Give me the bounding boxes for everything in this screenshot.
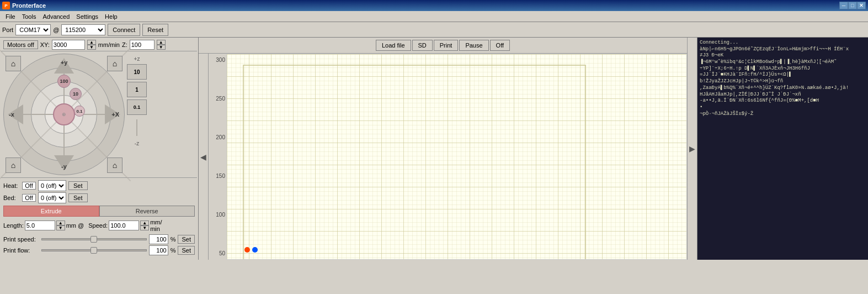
xy-unit: mm/min xyxy=(98,41,120,48)
print-speed-set-button[interactable]: Set xyxy=(178,235,195,244)
z-step-01-button[interactable]: 0.1 xyxy=(127,99,147,115)
z-spin-down[interactable]: ▼ xyxy=(157,45,166,50)
heat-row: Heat: Off 0 (off) Set xyxy=(3,180,195,191)
menu-advanced[interactable]: Advanced xyxy=(39,12,73,21)
load-file-button[interactable]: Load file xyxy=(376,40,411,51)
z-plus-label: +z xyxy=(134,56,140,62)
print-speed-row: Print speed: % Set xyxy=(3,234,195,244)
y-plus-button[interactable] xyxy=(54,58,74,74)
canvas-markers xyxy=(244,247,258,253)
length-speed-row: Length: ▲ ▼ mm @ Speed: ▲ ▼ mm/min xyxy=(3,219,195,232)
print-speed-pct: % xyxy=(171,236,176,243)
y-label-150: 150 xyxy=(210,173,225,179)
y-minus-button[interactable] xyxy=(54,155,74,171)
home-bottomright-button[interactable]: ⌂ xyxy=(107,158,123,173)
svg-rect-1 xyxy=(227,54,686,259)
sd-button[interactable]: SD xyxy=(412,40,433,51)
reverse-button[interactable]: Reverse xyxy=(99,206,195,217)
speed-spin-down[interactable]: ▼ xyxy=(140,225,149,230)
toolbar: Port COM17 @ 115200 Connect Reset xyxy=(0,22,868,38)
bed-set-button[interactable]: Set xyxy=(68,193,88,202)
home-topright-button[interactable]: ⌂ xyxy=(107,56,123,71)
minimize-button[interactable]: ─ xyxy=(839,2,848,9)
z-step-10-button[interactable]: 10 xyxy=(127,64,147,80)
home-bottomleft-button[interactable]: ⌂ xyxy=(6,158,21,173)
port-select[interactable]: COM17 xyxy=(15,24,51,35)
close-button[interactable]: ✕ xyxy=(857,2,866,9)
x-minus-button[interactable] xyxy=(8,104,23,124)
print-speed-slider[interactable] xyxy=(41,238,147,240)
menu-settings[interactable]: Settings xyxy=(73,12,102,21)
titlebar: P Pronterface ─ □ ✕ xyxy=(0,0,868,11)
step-10-badge[interactable]: 10 xyxy=(70,88,82,100)
print-flow-slider[interactable] xyxy=(41,249,147,251)
off-button[interactable]: Off xyxy=(490,40,510,51)
z-spin-up[interactable]: ▲ xyxy=(157,40,166,45)
bed-row: Bed: Off 0 (off) Set xyxy=(3,192,195,203)
y-label-300: 300 xyxy=(210,57,225,63)
step-100-badge[interactable]: 100 xyxy=(57,75,71,88)
menu-help[interactable]: Help xyxy=(102,12,121,21)
baud-select[interactable]: 115200 xyxy=(61,24,105,35)
motors-off-button[interactable]: Motors off xyxy=(3,40,38,49)
print-flow-value[interactable] xyxy=(149,245,168,255)
print-speed-value[interactable] xyxy=(149,234,168,244)
length-spin-up[interactable]: ▲ xyxy=(56,221,65,225)
z-speed-input[interactable] xyxy=(130,40,155,50)
z-step-1-button[interactable]: 1 xyxy=(127,82,147,97)
length-spinner[interactable]: ▲ ▼ xyxy=(56,221,65,230)
print-flow-set-button[interactable]: Set xyxy=(178,246,195,255)
menubar: File Tools Advanced Settings Help xyxy=(0,11,868,22)
bed-label: Bed: xyxy=(3,195,20,201)
right-panel: Connecting... àNp|⌐n6H5¬gJPOn6é˜ZÇEzqÉJ¨… xyxy=(697,38,868,260)
menu-tools[interactable]: Tools xyxy=(19,12,40,21)
print-flow-thumb[interactable] xyxy=(90,247,97,254)
y-label-50: 50 xyxy=(210,250,225,256)
y-label-100: 100 xyxy=(210,212,225,218)
left-panel: Motors off XY: ▲ ▼ mm/min Z: ▲ ▼ xyxy=(0,38,199,260)
length-spin-down[interactable]: ▼ xyxy=(56,225,65,230)
canvas-wrapper: ◀ 300 250 200 150 100 50 xyxy=(199,54,687,260)
step-01-badge[interactable]: 0.1 xyxy=(74,106,85,117)
print-canvas xyxy=(226,54,687,260)
xy-spin-down[interactable]: ▼ xyxy=(87,45,96,50)
length-unit: mm @ xyxy=(66,222,84,229)
xy-speed-input[interactable] xyxy=(52,40,85,50)
bed-state: Off xyxy=(22,194,36,202)
z-spinner[interactable]: ▲ ▼ xyxy=(157,40,166,50)
jog-center-button[interactable]: ⊕ xyxy=(53,103,75,125)
titlebar-icon: P xyxy=(2,2,10,9)
extrude-reverse-buttons: Extrude Reverse xyxy=(3,206,195,217)
reset-button[interactable]: Reset xyxy=(142,24,168,36)
print-button[interactable]: Print xyxy=(434,40,459,51)
main-area: Motors off XY: ▲ ▼ mm/min Z: ▲ ▼ xyxy=(0,38,868,260)
speed-spinner[interactable]: ▲ ▼ xyxy=(140,221,149,230)
print-flow-label: Print flow: xyxy=(3,247,39,254)
print-speed-thumb[interactable] xyxy=(90,236,97,243)
console-area: Connecting... àNp|⌐n6H5¬gJPOn6é˜ZÇEzqÉJ¨… xyxy=(697,38,868,260)
speed-group: Speed: ▲ ▼ mm/min xyxy=(88,219,162,232)
collapse-left-button[interactable]: ◀ xyxy=(199,54,209,260)
length-input[interactable] xyxy=(25,221,55,230)
print-flow-pct: % xyxy=(171,247,176,254)
pause-button[interactable]: Pause xyxy=(459,40,488,51)
heat-set-button[interactable]: Set xyxy=(68,181,88,190)
motors-row: Motors off XY: ▲ ▼ mm/min Z: ▲ ▼ xyxy=(1,39,197,51)
bed-value-select[interactable]: 0 (off) xyxy=(38,192,66,203)
speed-spin-up[interactable]: ▲ xyxy=(140,221,149,225)
xy-label: XY: xyxy=(40,41,50,48)
y-axis-labels: 300 250 200 150 100 50 xyxy=(209,54,226,260)
connect-button[interactable]: Connect xyxy=(108,24,140,36)
z-divider xyxy=(136,119,137,136)
menu-file[interactable]: File xyxy=(2,12,19,21)
collapse-right-button[interactable]: ▶ xyxy=(687,38,697,260)
x-plus-button[interactable] xyxy=(105,104,120,124)
xy-spin-up[interactable]: ▲ xyxy=(87,40,96,45)
speed-input[interactable] xyxy=(109,221,139,230)
extrude-button[interactable]: Extrude xyxy=(3,206,99,217)
baud-label: @ xyxy=(53,27,59,33)
home-topleft-button[interactable]: ⌂ xyxy=(6,56,21,71)
heat-value-select[interactable]: 0 (off) xyxy=(38,180,66,191)
xy-spinner[interactable]: ▲ ▼ xyxy=(87,40,96,50)
maximize-button[interactable]: □ xyxy=(848,2,857,9)
